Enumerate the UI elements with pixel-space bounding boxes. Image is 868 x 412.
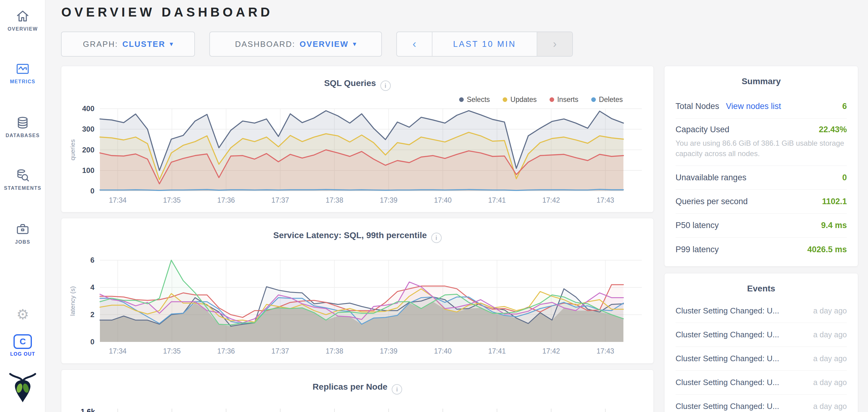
legend-item-updates: Updates xyxy=(503,96,537,104)
svg-text:latency (s): latency (s) xyxy=(69,286,76,316)
svg-text:6: 6 xyxy=(90,256,94,264)
qps-label: Queries per second xyxy=(676,197,748,206)
time-range-value[interactable]: LAST 10 MIN xyxy=(432,32,537,56)
summary-title: Summary xyxy=(664,76,858,86)
summary-row-capacity: Capacity Used 22.43% You are using 86.6 … xyxy=(676,119,847,166)
metrics-chart-icon xyxy=(0,62,45,76)
event-row: Cluster Setting Changed: U... a day ago xyxy=(676,323,847,347)
event-title: Cluster Setting Changed: U... xyxy=(676,402,779,411)
events-panel: Events Cluster Setting Changed: U... a d… xyxy=(664,273,858,412)
sidebar-item-label: OVERVIEW xyxy=(0,26,45,32)
event-row: Cluster Setting Changed: U... a day ago xyxy=(676,347,847,371)
sidebar-item-metrics[interactable]: METRICS xyxy=(0,62,45,84)
svg-text:200: 200 xyxy=(82,146,94,154)
svg-text:0: 0 xyxy=(90,338,94,346)
sidebar-item-label: METRICS xyxy=(0,79,45,84)
graph-dropdown-label: GRAPH: xyxy=(83,39,118,49)
chevron-down-icon: ▾ xyxy=(169,40,173,48)
svg-text:17:39: 17:39 xyxy=(380,347,398,355)
cockroach-logo xyxy=(0,373,45,405)
sql-queries-legend: Selects Updates Inserts Deletes xyxy=(459,96,623,104)
briefcase-icon xyxy=(0,222,45,236)
info-icon[interactable]: i xyxy=(431,233,442,243)
event-title: Cluster Setting Changed: U... xyxy=(676,378,779,387)
service-latency-title: Service Latency: SQL, 99th percentilei xyxy=(61,231,653,243)
p50-latency-value: 9.4 ms xyxy=(821,221,847,230)
event-row: Cluster Setting Changed: U... a day ago xyxy=(676,299,847,323)
service-latency-chart: 024617:3417:3517:3617:3717:3817:3917:401… xyxy=(61,256,654,356)
svg-text:17:42: 17:42 xyxy=(542,196,560,204)
view-nodes-list-link[interactable]: View nodes list xyxy=(726,102,781,111)
legend-dot xyxy=(591,97,596,102)
svg-text:17:41: 17:41 xyxy=(488,196,506,204)
sql-queries-title: SQL Queriesi xyxy=(61,78,653,91)
svg-text:17:43: 17:43 xyxy=(596,347,614,355)
sidebar: OVERVIEW METRICS DATABASES xyxy=(0,0,45,412)
statements-search-icon xyxy=(0,168,45,182)
replicas-per-node-panel: Replicas per Nodei 1.6k xyxy=(61,370,654,412)
summary-row-p50: P50 latency 9.4 ms xyxy=(676,214,847,238)
svg-text:400: 400 xyxy=(82,105,94,113)
capacity-note: You are using 86.6 GiB of 386.1 GiB usab… xyxy=(676,138,847,159)
legend-item-deletes: Deletes xyxy=(591,96,623,104)
sql-queries-panel: SQL Queriesi Selects Updates Inserts Del… xyxy=(61,66,654,212)
sql-queries-chart: 010020030040017:3417:3517:3617:3717:3817… xyxy=(61,105,654,205)
event-time: a day ago xyxy=(813,306,847,315)
legend-item-selects: Selects xyxy=(459,96,490,104)
replicas-per-node-chart: 1.6k xyxy=(61,396,654,412)
events-title: Events xyxy=(664,284,858,294)
time-prev-button[interactable]: ‹ xyxy=(397,32,432,56)
info-icon[interactable]: i xyxy=(392,384,402,394)
capacity-used-value: 22.43% xyxy=(819,125,847,134)
svg-text:2: 2 xyxy=(90,310,94,319)
legend-item-inserts: Inserts xyxy=(550,96,578,104)
svg-text:300: 300 xyxy=(82,125,94,133)
p99-latency-value: 4026.5 ms xyxy=(807,245,847,254)
legend-dot xyxy=(459,97,464,102)
svg-text:17:40: 17:40 xyxy=(434,347,452,355)
event-time: a day ago xyxy=(813,354,847,363)
summary-row-total-nodes: Total Nodes View nodes list 6 xyxy=(676,94,847,119)
info-icon[interactable]: i xyxy=(380,80,391,91)
dashboard-dropdown-label: DASHBOARD: xyxy=(235,39,296,49)
overview-dashboard-page: OVERVIEW METRICS DATABASES xyxy=(0,0,868,412)
dashboard-dropdown[interactable]: DASHBOARD: OVERVIEW ▾ xyxy=(209,32,382,57)
qps-value: 1102.1 xyxy=(822,197,847,206)
chevron-down-icon: ▾ xyxy=(353,40,356,48)
total-nodes-label: Total Nodes xyxy=(676,102,719,111)
summary-row-qps: Queries per second 1102.1 xyxy=(676,190,847,214)
p50-latency-label: P50 latency xyxy=(676,221,719,230)
svg-text:17:34: 17:34 xyxy=(109,347,127,355)
svg-text:17:38: 17:38 xyxy=(326,347,343,355)
graph-dropdown-value: CLUSTER xyxy=(122,39,165,49)
event-time: a day ago xyxy=(813,402,847,411)
home-icon xyxy=(0,9,45,23)
unavailable-ranges-label: Unavailable ranges xyxy=(676,173,746,182)
time-next-button[interactable]: › xyxy=(537,32,572,56)
svg-text:17:40: 17:40 xyxy=(434,196,452,204)
sidebar-item-statements[interactable]: STATEMENTS xyxy=(0,168,45,191)
svg-text:17:43: 17:43 xyxy=(596,196,614,204)
sidebar-item-label: DATABASES xyxy=(0,133,45,138)
svg-text:4: 4 xyxy=(90,283,95,291)
event-time: a day ago xyxy=(813,378,847,387)
svg-text:queries: queries xyxy=(69,139,76,161)
svg-text:1.6k: 1.6k xyxy=(81,407,95,412)
svg-text:17:36: 17:36 xyxy=(217,347,235,355)
svg-text:17:41: 17:41 xyxy=(488,347,506,355)
settings-gear-icon[interactable]: ⚙ xyxy=(0,306,45,322)
event-title: Cluster Setting Changed: U... xyxy=(676,354,779,363)
sidebar-item-jobs[interactable]: JOBS xyxy=(0,222,45,245)
logout-button[interactable]: C LOG OUT xyxy=(0,334,45,357)
graph-dropdown[interactable]: GRAPH: CLUSTER ▾ xyxy=(61,32,195,57)
sidebar-item-overview[interactable]: OVERVIEW xyxy=(0,9,45,32)
sidebar-item-label: STATEMENTS xyxy=(0,185,45,191)
summary-panel: Summary Total Nodes View nodes list 6 Ca… xyxy=(664,66,858,267)
svg-text:17:39: 17:39 xyxy=(380,196,398,204)
unavailable-ranges-value: 0 xyxy=(842,173,847,182)
replicas-per-node-title: Replicas per Nodei xyxy=(61,382,653,394)
svg-text:17:36: 17:36 xyxy=(217,196,235,204)
sidebar-item-databases[interactable]: DATABASES xyxy=(0,116,45,138)
summary-row-p99: P99 latency 4026.5 ms xyxy=(676,238,847,262)
svg-text:100: 100 xyxy=(82,166,94,174)
